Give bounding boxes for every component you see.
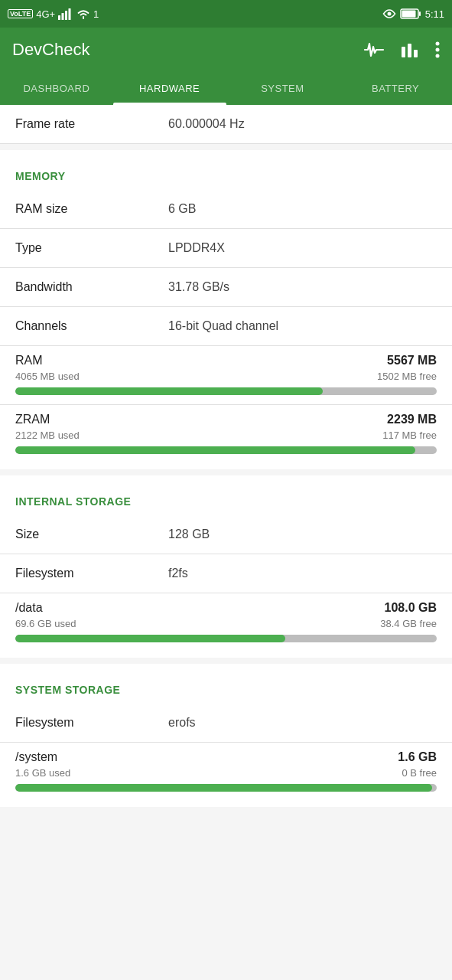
app-bar-icons (363, 41, 440, 59)
svg-point-13 (436, 54, 440, 58)
system-progress-fill (15, 784, 432, 792)
type-label: Type (15, 241, 168, 255)
memory-section: MEMORY RAM size 6 GB Type LPDDR4X Bandwi… (0, 156, 452, 469)
data-title: /data (15, 601, 43, 615)
ram-title: RAM (15, 354, 43, 368)
tab-bar: DASHBOARD HARDWARE SYSTEM BATTERY (0, 72, 452, 105)
sim-number: 1 (93, 8, 99, 20)
svg-rect-3 (69, 8, 71, 20)
tab-hardware[interactable]: HARDWARE (113, 72, 226, 105)
status-right: 5:11 (382, 8, 444, 20)
zram-total: 2239 MB (387, 413, 437, 426)
svg-point-4 (387, 12, 391, 16)
data-progress-bar (15, 635, 437, 642)
sys-filesystem-row: Filesystem erofs (0, 704, 452, 743)
system-storage-header: SYSTEM STORAGE (0, 670, 452, 704)
svg-point-11 (436, 42, 440, 46)
zram-free: 117 MB free (382, 430, 437, 441)
frame-rate-label: Frame rate (15, 117, 168, 131)
tab-battery[interactable]: BATTERY (339, 72, 452, 105)
ram-size-label: RAM size (15, 202, 168, 216)
more-menu-button[interactable] (435, 41, 440, 59)
signal-icon (58, 8, 73, 20)
system-title: /system (15, 750, 57, 764)
zram-progress-block: ZRAM 2239 MB 2122 MB used 117 MB free (0, 405, 452, 463)
bandwidth-label: Bandwidth (15, 280, 168, 294)
svg-rect-7 (402, 11, 415, 18)
app-bar: DevCheck (0, 28, 452, 72)
data-total: 108.0 GB (385, 601, 437, 615)
bandwidth-row: Bandwidth 31.78 GB/s (0, 268, 452, 307)
bar-chart-icon-button[interactable] (400, 41, 420, 59)
zram-progress-fill (15, 446, 415, 454)
status-left: VoLTE 4G+ 1 (8, 8, 99, 20)
ram-progress-bar (15, 387, 437, 395)
system-progress-bar (15, 784, 437, 792)
wifi-icon (76, 8, 90, 20)
system-storage-section: SYSTEM STORAGE Filesystem erofs /system … (0, 670, 452, 807)
ram-size-row: RAM size 6 GB (0, 190, 452, 229)
pulse-icon (363, 41, 385, 59)
tab-system[interactable]: SYSTEM (226, 72, 340, 105)
data-progress-fill (15, 635, 285, 642)
sys-filesystem-label: Filesystem (15, 716, 168, 730)
pulse-icon-button[interactable] (363, 41, 385, 59)
zram-progress-bar (15, 446, 437, 454)
storage-size-value: 128 GB (168, 528, 210, 541)
status-bar: VoLTE 4G+ 1 5:11 (0, 0, 452, 28)
system-free: 0 B free (402, 767, 437, 779)
data-used: 69.6 GB used (15, 618, 76, 629)
data-progress-block: /data 108.0 GB 69.6 GB used 38.4 GB free (0, 593, 452, 652)
channels-value: 16-bit Quad channel (168, 319, 278, 333)
type-row: Type LPDDR4X (0, 229, 452, 268)
filesystem-row: Filesystem f2fs (0, 554, 452, 593)
zram-used: 2122 MB used (15, 430, 80, 441)
more-vert-icon (435, 41, 440, 59)
channels-row: Channels 16-bit Quad channel (0, 307, 452, 346)
svg-rect-0 (58, 15, 60, 20)
content-area: Frame rate 60.000004 Hz MEMORY RAM size … (0, 105, 452, 807)
system-total: 1.6 GB (398, 750, 437, 764)
sys-filesystem-value: erofs (168, 716, 196, 730)
svg-rect-9 (408, 44, 411, 57)
filesystem-value: f2fs (168, 567, 188, 580)
internal-storage-section: INTERNAL STORAGE Size 128 GB Filesystem … (0, 482, 452, 658)
bar-chart-icon (400, 41, 420, 59)
svg-point-12 (436, 48, 440, 52)
channels-label: Channels (15, 319, 168, 333)
signal-4g: 4G+ (36, 8, 55, 20)
ram-progress-fill (15, 387, 323, 395)
bandwidth-value: 31.78 GB/s (168, 280, 229, 294)
time-display: 5:11 (425, 8, 444, 20)
ram-size-value: 6 GB (168, 202, 196, 216)
volte-badge: VoLTE (8, 9, 33, 18)
ram-progress-block: RAM 5567 MB 4065 MB used 1502 MB free (0, 346, 452, 405)
svg-rect-2 (65, 11, 67, 20)
type-value: LPDDR4X (168, 241, 225, 255)
frame-rate-row: Frame rate 60.000004 Hz (0, 105, 452, 144)
svg-rect-8 (402, 47, 405, 57)
system-progress-block: /system 1.6 GB 1.6 GB used 0 B free (0, 743, 452, 801)
frame-rate-value: 60.000004 Hz (168, 117, 245, 131)
svg-rect-10 (414, 50, 418, 57)
ram-total: 5567 MB (387, 354, 437, 368)
ram-free: 1502 MB free (377, 371, 437, 382)
battery-icon (400, 8, 421, 20)
svg-rect-1 (62, 13, 64, 20)
svg-rect-6 (419, 11, 421, 16)
storage-size-row: Size 128 GB (0, 515, 452, 554)
system-used: 1.6 GB used (15, 767, 70, 779)
tab-dashboard[interactable]: DASHBOARD (0, 72, 113, 105)
zram-title: ZRAM (15, 413, 50, 426)
filesystem-label: Filesystem (15, 567, 168, 580)
storage-size-label: Size (15, 528, 168, 541)
ram-used: 4065 MB used (15, 371, 80, 382)
data-free: 38.4 GB free (380, 618, 437, 629)
app-title: DevCheck (12, 40, 89, 60)
eye-icon (382, 8, 396, 19)
internal-storage-header: INTERNAL STORAGE (0, 482, 452, 515)
memory-section-header: MEMORY (0, 156, 452, 190)
